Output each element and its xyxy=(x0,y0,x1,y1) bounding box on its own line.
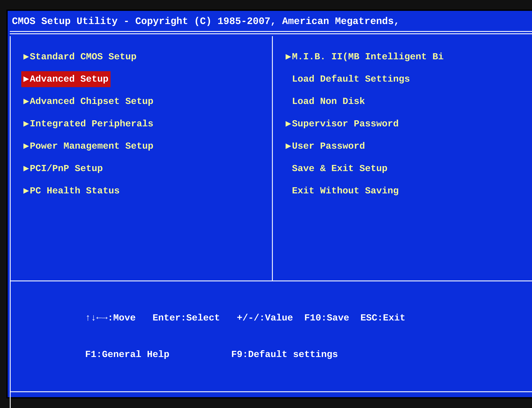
menu-item-label: PC Health Status xyxy=(30,185,120,197)
triangle-right-icon: ▶ xyxy=(23,185,30,197)
help-line-2: F1:General Help F9:Default settings xyxy=(85,348,526,361)
menu-item-label: Exit Without Saving xyxy=(292,185,399,197)
menu-item-label: M.I.B. II(MB Intelligent Bi xyxy=(292,51,444,63)
triangle-right-icon: ▶ xyxy=(23,73,30,85)
page-title: CMOS Setup Utility - Copyright (C) 1985-… xyxy=(8,11,532,31)
menu-item-label: Advanced Setup xyxy=(30,73,108,85)
menu-item-label: User Password xyxy=(292,140,365,152)
help-line-1: ↑↓←→:Move Enter:Select +/-/:Value F10:Sa… xyxy=(85,312,526,324)
menu-item-left-0[interactable]: ▶Standard CMOS Setup xyxy=(21,49,263,65)
menu-item-right-2[interactable]: ▶Load Non Disk xyxy=(284,94,526,110)
triangle-right-icon: ▶ xyxy=(286,51,292,63)
triangle-right-icon: ▶ xyxy=(23,162,30,175)
triangle-right-icon: ▶ xyxy=(23,51,30,63)
triangle-right-icon: ▶ xyxy=(23,118,30,130)
monitor-bezel: CMOS Setup Utility - Copyright (C) 1985-… xyxy=(0,0,532,408)
triangle-right-icon: ▶ xyxy=(23,140,30,152)
menu-item-right-3[interactable]: ▶Supervisor Password xyxy=(284,116,526,132)
menu-item-label: Integrated Peripherals xyxy=(30,118,153,130)
triangle-right-icon: ▶ xyxy=(286,140,292,152)
column-divider xyxy=(272,36,273,280)
triangle-right-icon: ▶ xyxy=(23,95,30,108)
menu-item-left-1[interactable]: ▶Advanced Setup xyxy=(21,71,111,87)
menu-item-label: Load Non Disk xyxy=(292,95,365,108)
menu-item-left-5[interactable]: ▶PCI/PnP Setup xyxy=(21,161,263,177)
menu-item-right-1[interactable]: ▶Load Default Settings xyxy=(284,71,526,87)
menu-item-label: Power Management Setup xyxy=(30,140,153,152)
menu-body: ▶Standard CMOS Setup▶Advanced Setup▶Adva… xyxy=(10,36,532,281)
menu-item-left-6[interactable]: ▶PC Health Status xyxy=(21,183,263,199)
divider-double xyxy=(10,31,532,32)
menu-right-column: ▶M.I.B. II(MB Intelligent Bi▶Load Defaul… xyxy=(273,36,532,280)
triangle-right-icon: ▶ xyxy=(286,118,292,130)
bios-screen: CMOS Setup Utility - Copyright (C) 1985-… xyxy=(6,9,532,399)
menu-item-right-5[interactable]: ▶Save & Exit Setup xyxy=(284,161,526,177)
menu-left-column: ▶Standard CMOS Setup▶Advanced Setup▶Adva… xyxy=(11,36,272,280)
menu-item-right-4[interactable]: ▶User Password xyxy=(284,138,526,154)
menu-item-left-2[interactable]: ▶Advanced Chipset Setup xyxy=(21,94,263,110)
menu-item-label: Supervisor Password xyxy=(292,118,399,130)
footer-bar: v02.61 (C)Copyright 1985-2007, American … xyxy=(10,392,532,408)
help-bar: ↑↓←→:Move Enter:Select +/-/:Value F10:Sa… xyxy=(10,281,532,392)
menu-item-right-6[interactable]: ▶Exit Without Saving xyxy=(284,183,526,199)
menu-item-left-3[interactable]: ▶Integrated Peripherals xyxy=(21,116,263,132)
menu-item-label: Save & Exit Setup xyxy=(292,162,388,175)
menu-item-label: Load Default Settings xyxy=(292,73,410,85)
menu-item-right-0[interactable]: ▶M.I.B. II(MB Intelligent Bi xyxy=(284,49,526,65)
menu-item-label: Advanced Chipset Setup xyxy=(30,95,153,108)
menu-item-label: Standard CMOS Setup xyxy=(30,51,136,63)
menu-item-left-4[interactable]: ▶Power Management Setup xyxy=(21,138,263,154)
menu-item-label: PCI/PnP Setup xyxy=(30,162,103,175)
